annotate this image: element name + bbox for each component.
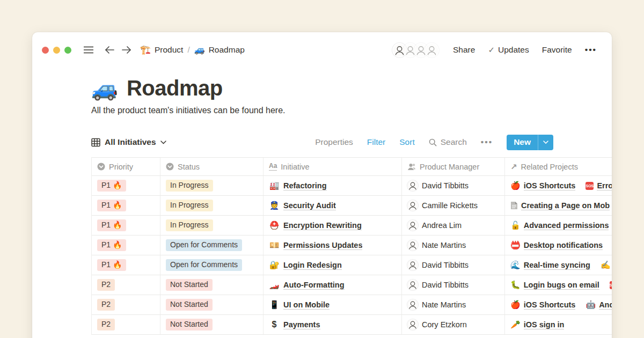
- status-cell[interactable]: Open for Comments: [160, 236, 264, 255]
- favorite-button[interactable]: Favorite: [542, 45, 572, 55]
- properties-button[interactable]: Properties: [315, 137, 353, 147]
- priority-tag[interactable]: P1 🔥: [97, 239, 126, 252]
- status-cell[interactable]: Not Started: [160, 315, 264, 334]
- view-more-options-icon[interactable]: •••: [481, 137, 493, 147]
- related-project[interactable]: 🌊Real-time syncing: [510, 260, 590, 270]
- product-manager-cell[interactable]: Camille Ricketts: [402, 196, 505, 215]
- zoom-window-button[interactable]: [64, 47, 71, 54]
- initiative-cell[interactable]: 💴Permissions Updates: [264, 236, 402, 255]
- initiative-link[interactable]: Payments: [283, 320, 320, 329]
- related-project[interactable]: SOSErro: [586, 181, 612, 190]
- priority-tag[interactable]: P1 🔥: [97, 200, 126, 212]
- related-project[interactable]: SOS: [610, 281, 612, 289]
- updates-button[interactable]: ✓ Updates: [488, 45, 529, 55]
- related-project-link[interactable]: Advanced permissions: [524, 221, 609, 230]
- related-project-link[interactable]: Real-time syncing: [524, 261, 590, 270]
- related-project[interactable]: 🍎iOS Shortcuts: [510, 300, 575, 310]
- sort-button[interactable]: Sort: [399, 137, 414, 147]
- initiative-link[interactable]: Auto-Formatting: [283, 281, 345, 290]
- initiative-cell[interactable]: 🏭Refactoring: [264, 176, 402, 195]
- related-projects-cell[interactable]: 🌊Real-time syncing✍️: [505, 255, 612, 275]
- column-header-product-manager[interactable]: Product Manager: [402, 158, 505, 175]
- related-project-link[interactable]: iOS sign in: [524, 320, 565, 329]
- product-manager-cell[interactable]: David Tibbitts: [402, 255, 505, 275]
- status-tag[interactable]: Open for Comments: [166, 259, 242, 271]
- initiative-link[interactable]: Login Redesign: [283, 261, 342, 270]
- status-tag[interactable]: Open for Comments: [166, 239, 242, 252]
- initiative-link[interactable]: Encryption Rewriting: [283, 221, 362, 230]
- product-manager-cell[interactable]: Nate Martins: [402, 236, 505, 255]
- related-project[interactable]: ✍️: [601, 260, 611, 270]
- product-manager-cell[interactable]: Nate Martins: [402, 295, 505, 314]
- initiative-link[interactable]: Refactoring: [283, 181, 327, 190]
- product-manager-cell[interactable]: Cory Etzkorn: [402, 315, 505, 334]
- page-icon-car[interactable]: 🚙: [91, 78, 118, 99]
- filter-button[interactable]: Filter: [367, 137, 385, 147]
- priority-tag[interactable]: P1 🔥: [97, 180, 126, 192]
- priority-cell[interactable]: P2: [92, 295, 160, 314]
- product-manager-cell[interactable]: David Tibbitts: [402, 275, 505, 295]
- view-switcher[interactable]: All Initiatives: [91, 137, 166, 147]
- share-button[interactable]: Share: [453, 45, 475, 55]
- status-cell[interactable]: Not Started: [160, 295, 264, 314]
- priority-cell[interactable]: P2: [92, 315, 160, 334]
- initiative-cell[interactable]: ⛑️Encryption Rewriting: [264, 216, 402, 235]
- column-header-status[interactable]: Status: [160, 158, 264, 175]
- search-button[interactable]: Search: [429, 137, 467, 147]
- priority-cell[interactable]: P1 🔥: [92, 236, 160, 255]
- minimize-window-button[interactable]: [53, 47, 60, 54]
- column-header-priority[interactable]: Priority: [92, 158, 160, 175]
- related-project-link[interactable]: Login bugs on email: [524, 281, 599, 290]
- related-projects-cell[interactable]: 🍎iOS ShortcutsSOSErro: [505, 176, 612, 195]
- status-cell[interactable]: In Progress: [160, 216, 264, 235]
- new-button[interactable]: New: [507, 135, 553, 150]
- column-header-related-projects[interactable]: ↗Related Projects: [505, 158, 612, 175]
- status-tag[interactable]: Not Started: [166, 279, 213, 291]
- priority-tag[interactable]: P1 🔥: [97, 259, 126, 271]
- initiative-cell[interactable]: 🔐Login Redesign: [264, 255, 402, 275]
- sidebar-menu-icon[interactable]: [80, 46, 97, 54]
- related-project-link[interactable]: And: [599, 300, 612, 310]
- initiative-link[interactable]: UI on Mobile: [283, 300, 330, 310]
- priority-cell[interactable]: P1 🔥: [92, 255, 160, 275]
- priority-cell[interactable]: P1 🔥: [92, 196, 160, 215]
- related-projects-cell[interactable]: 🍎iOS Shortcuts🤖And: [505, 295, 612, 314]
- related-project[interactable]: 🔓Advanced permissions: [510, 221, 609, 230]
- priority-tag[interactable]: P2: [97, 299, 115, 311]
- priority-tag[interactable]: P2: [97, 319, 115, 331]
- status-cell[interactable]: Open for Comments: [160, 255, 264, 275]
- related-project[interactable]: Creating a Page on Mob: [510, 201, 610, 210]
- close-window-button[interactable]: [42, 47, 49, 54]
- related-project-link[interactable]: iOS Shortcuts: [524, 300, 576, 310]
- column-header-initiative[interactable]: AaInitiative: [264, 158, 402, 175]
- status-cell[interactable]: Not Started: [160, 275, 264, 295]
- priority-tag[interactable]: P2: [97, 279, 115, 291]
- initiative-cell[interactable]: 🏎️Auto-Formatting: [264, 275, 402, 295]
- related-project[interactable]: 🐛Login bugs on email: [510, 280, 599, 290]
- related-project[interactable]: 📛Desktop notifications: [510, 240, 603, 250]
- priority-cell[interactable]: P1 🔥: [92, 176, 160, 195]
- product-manager-cell[interactable]: David Tibbitts: [402, 176, 505, 195]
- more-options-icon[interactable]: •••: [585, 45, 597, 55]
- status-tag[interactable]: In Progress: [166, 219, 213, 232]
- product-manager-cell[interactable]: Andrea Lim: [402, 216, 505, 235]
- new-dropdown-chevron-icon[interactable]: [538, 135, 553, 150]
- initiative-cell[interactable]: $Payments: [264, 315, 402, 334]
- breadcrumb-roadmap[interactable]: Roadmap: [209, 45, 245, 55]
- status-tag[interactable]: In Progress: [166, 180, 213, 192]
- status-tag[interactable]: Not Started: [166, 299, 213, 311]
- priority-cell[interactable]: P1 🔥: [92, 216, 160, 235]
- priority-cell[interactable]: P2: [92, 275, 160, 295]
- related-project[interactable]: 🤖And: [586, 300, 612, 310]
- status-cell[interactable]: In Progress: [160, 196, 264, 215]
- related-project-link[interactable]: iOS Shortcuts: [524, 181, 576, 190]
- initiative-cell[interactable]: 📱UI on Mobile: [264, 295, 402, 314]
- forward-arrow-icon[interactable]: [118, 46, 135, 54]
- related-projects-cell[interactable]: Creating a Page on Mob: [505, 196, 612, 215]
- related-projects-cell[interactable]: 🥕iOS sign in: [505, 315, 612, 334]
- status-tag[interactable]: Not Started: [166, 319, 213, 331]
- related-project[interactable]: 🥕iOS sign in: [510, 320, 564, 329]
- status-tag[interactable]: In Progress: [166, 200, 213, 212]
- priority-tag[interactable]: P1 🔥: [97, 219, 126, 232]
- related-project[interactable]: 🍎iOS Shortcuts: [510, 181, 575, 190]
